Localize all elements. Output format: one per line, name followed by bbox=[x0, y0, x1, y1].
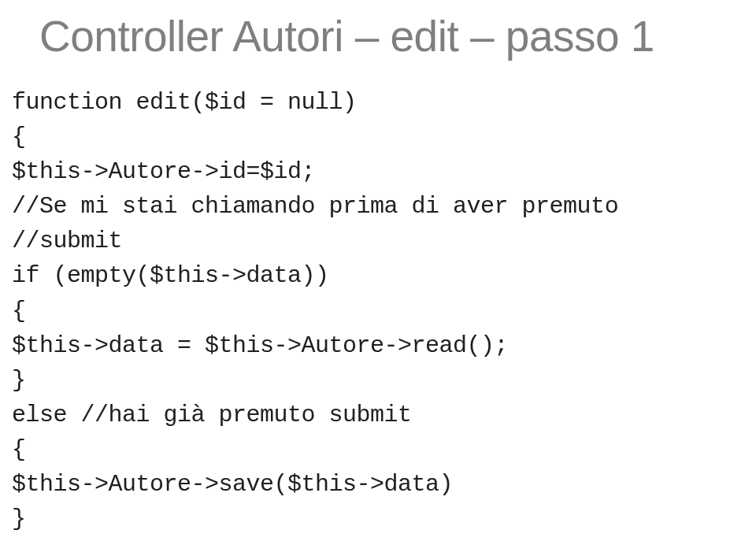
code-line: $this->Autore->save($this->data) bbox=[12, 471, 453, 498]
code-line: else //hai già premuto submit bbox=[12, 402, 412, 428]
code-line: $this->Autore->id=$id; bbox=[12, 158, 315, 185]
code-line: } bbox=[12, 367, 26, 394]
slide-title: Controller Autori – edit – passo 1 bbox=[39, 11, 748, 61]
code-line: } bbox=[12, 506, 26, 532]
code-line: { bbox=[12, 124, 26, 150]
code-line: if (empty($this->data)) bbox=[12, 262, 329, 289]
code-line: //Se mi stai chiamando prima di aver pre… bbox=[12, 193, 618, 220]
code-block: function edit($id = null) { $this->Autor… bbox=[12, 85, 748, 536]
code-line: { bbox=[12, 298, 26, 324]
code-line: function edit($id = null) bbox=[12, 89, 357, 116]
code-line: //submit bbox=[12, 228, 122, 254]
code-line: { bbox=[12, 436, 26, 463]
code-line: $this->data = $this->Autore->read(); bbox=[12, 332, 508, 359]
